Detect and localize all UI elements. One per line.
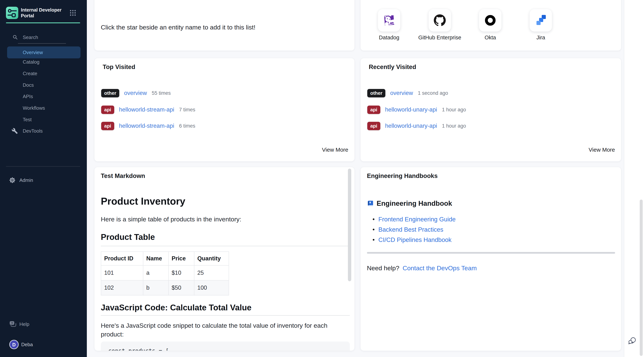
handbook-link[interactable]: CI/CD Pipelines Handbook	[378, 236, 452, 243]
entity-link[interactable]: overview	[390, 90, 413, 96]
app-logo[interactable]	[6, 7, 18, 19]
sidebar-item-label: Help	[20, 321, 29, 327]
sidebar-item-label: Docs	[23, 82, 34, 88]
visited-row: other overview 1 second ago	[367, 89, 448, 98]
markdown-h1: Product Inventory	[101, 195, 186, 207]
markdown-paragraph: Here is a simple table of products in th…	[101, 216, 241, 223]
markdown-h2-product-table: Product Table	[101, 232, 350, 246]
datadog-icon	[382, 13, 396, 28]
search-icon	[13, 35, 18, 40]
table-cell: $50	[168, 280, 194, 295]
sidebar-item-label: Overview	[23, 50, 43, 55]
top-visited-card: Top Visited other overview 55 times api …	[94, 58, 354, 162]
sidebar-item-label: Workflows	[23, 105, 45, 111]
product-table: Product ID Name Price Quantity 101 a $10…	[101, 251, 229, 295]
markdown-paragraph: Here's a JavaScript code snippet to calc…	[101, 321, 341, 339]
toolkit-label: GitHub Enterprise	[414, 35, 466, 41]
table-header: Quantity	[194, 252, 229, 265]
chat-fab-button[interactable]	[627, 336, 637, 345]
table-cell: b	[143, 280, 168, 295]
sidebar-item-help[interactable]: ? Help	[7, 318, 80, 330]
view-more-button[interactable]: View More	[322, 147, 348, 153]
toolkit-card: Datadog GitHub Enterprise Okta Jira	[360, 0, 621, 51]
user-menu[interactable]: D Deba	[7, 339, 80, 351]
list-item: Frontend Engineering Guide	[372, 214, 456, 224]
entity-link[interactable]: helloworld-stream-api	[119, 123, 174, 129]
wrench-icon	[12, 128, 18, 134]
gear-icon	[9, 177, 15, 183]
entity-link[interactable]: helloworld-stream-api	[119, 106, 174, 113]
kind-badge: other	[367, 89, 385, 97]
visited-row: api helloworld-stream-api 6 times	[101, 121, 195, 130]
entity-link[interactable]: overview	[124, 90, 147, 96]
sidebar-item-label: Create	[23, 71, 37, 76]
view-more-button[interactable]: View More	[589, 147, 615, 153]
chat-bubbles-icon	[627, 336, 637, 345]
apps-grid-icon[interactable]	[70, 10, 76, 16]
book-icon	[367, 200, 374, 207]
list-item: Backend Best Practices	[372, 224, 456, 235]
visit-count: 7 times	[179, 107, 195, 113]
help-prefix: Need help?	[367, 264, 399, 272]
card-title: Recently Visited	[369, 63, 416, 71]
table-cell: $10	[168, 265, 194, 280]
list-item: CI/CD Pipelines Handbook	[372, 235, 456, 245]
test-markdown-card: Test Markdown Product Inventory Here is …	[94, 167, 354, 351]
entity-link[interactable]: helloworld-unary-api	[385, 123, 437, 129]
sidebar-item-docs[interactable]: Docs	[7, 79, 80, 91]
table-cell: 25	[194, 265, 229, 280]
page-scrollbar-thumb[interactable]	[640, 200, 643, 356]
sidebar-item-workflows[interactable]: Workflows	[7, 102, 80, 114]
search-input[interactable]: Search	[0, 32, 87, 43]
sidebar-item-admin[interactable]: Admin	[7, 174, 80, 186]
app-title: Internal Developer Portal	[21, 7, 68, 19]
table-cell: 100	[194, 280, 229, 295]
table-row: 101 a $10 25	[101, 265, 229, 280]
visit-time: 1 hour ago	[442, 123, 466, 129]
sidebar-item-catalog[interactable]: Catalog	[7, 56, 80, 68]
table-cell: 101	[101, 265, 143, 280]
sidebar-item-label: Test	[23, 117, 32, 122]
visit-count: 6 times	[179, 123, 195, 129]
table-header: Price	[168, 252, 194, 265]
help-line: Need help? Contact the DevOps Team	[367, 264, 477, 272]
sidebar-item-test[interactable]: Test	[7, 114, 80, 125]
toolkit-tile-datadog[interactable]	[378, 9, 400, 32]
svg-text:?: ?	[11, 321, 13, 325]
visited-row: api helloworld-stream-api 7 times	[101, 105, 195, 114]
toolkit-tile-jira[interactable]	[530, 9, 552, 32]
sidebar-item-apis[interactable]: APIs	[7, 91, 80, 102]
user-name: Deba	[21, 339, 33, 350]
kind-badge: api	[367, 122, 380, 130]
sidebar-item-label: APIs	[23, 94, 33, 99]
contact-devops-link[interactable]: Contact the DevOps Team	[402, 264, 477, 272]
search-underline	[18, 43, 66, 44]
handbook-link[interactable]: Frontend Engineering Guide	[378, 216, 456, 223]
toolkit-tile-okta[interactable]	[479, 9, 502, 32]
card-title: Test Markdown	[101, 172, 145, 179]
entity-link[interactable]: helloworld-unary-api	[385, 106, 437, 113]
sidebar-divider	[6, 166, 80, 167]
visited-row: other overview 55 times	[101, 89, 171, 98]
sidebar-item-create[interactable]: Create	[7, 68, 80, 79]
visit-time: 1 hour ago	[442, 107, 466, 113]
handbook-section-header: Engineering Handbook	[367, 200, 452, 207]
okta-icon	[484, 14, 497, 27]
sidebar-item-devtools[interactable]: DevTools	[7, 125, 80, 137]
card-scrollbar-thumb[interactable]	[348, 169, 351, 281]
table-cell: a	[143, 265, 168, 280]
visit-count: 55 times	[152, 90, 171, 96]
engineering-handbooks-card: Engineering Handbooks Engineering Handbo…	[360, 167, 621, 351]
starred-entities-card: Click the star beside an entity name to …	[94, 0, 354, 51]
toolkit-label: Datadog	[363, 35, 415, 41]
recently-visited-card: Recently Visited other overview 1 second…	[360, 58, 621, 162]
handbook-link[interactable]: Backend Best Practices	[378, 226, 444, 233]
markdown-h2-js-code: JavaScript Code: Calculate Total Value	[101, 303, 350, 315]
help-chat-icon: ?	[9, 321, 17, 327]
brand-divider	[6, 22, 80, 23]
toolkit-tile-github[interactable]	[428, 9, 451, 32]
table-cell: 102	[101, 280, 143, 295]
avatar: D	[9, 340, 19, 349]
table-row: 102 b $50 100	[101, 280, 229, 295]
table-header: Name	[143, 252, 168, 265]
